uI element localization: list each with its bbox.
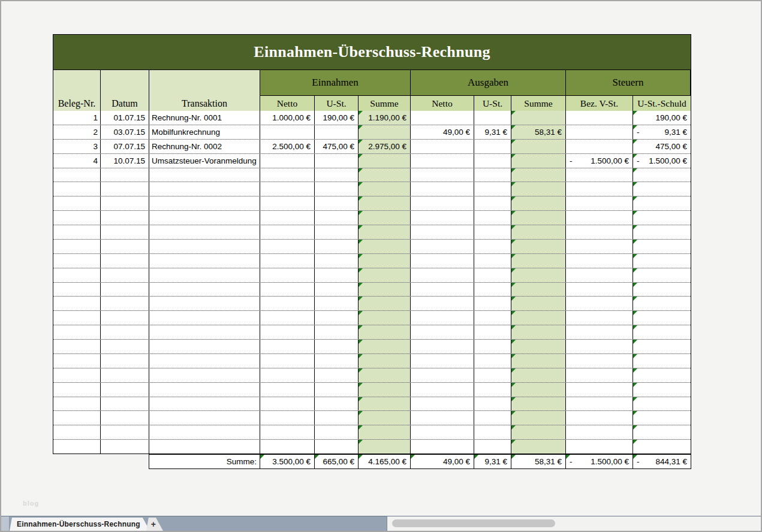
cell-datum[interactable]: [101, 225, 149, 239]
cell-a_summe[interactable]: [511, 354, 566, 368]
cell-beleg[interactable]: [53, 383, 101, 397]
cell-ust_schuld[interactable]: [633, 225, 691, 239]
cell-a_netto[interactable]: [411, 111, 474, 125]
cell-a_summe[interactable]: [511, 254, 566, 268]
cell-a_ust[interactable]: [474, 397, 511, 411]
col-header-ust-schuld[interactable]: U-St.-Schuld: [633, 96, 691, 111]
cell-transaktion[interactable]: [149, 211, 260, 225]
cell-a_ust[interactable]: [474, 111, 511, 125]
cell-e_ust[interactable]: [315, 197, 359, 210]
cell-a_summe[interactable]: [511, 325, 566, 339]
cell-ust_schuld[interactable]: [633, 211, 691, 225]
cell-transaktion[interactable]: [149, 368, 260, 382]
cell-e_summe[interactable]: [359, 340, 411, 353]
cell-bez_vst[interactable]: [566, 311, 633, 325]
cell-bez_vst[interactable]: [566, 140, 633, 153]
cell-a_netto[interactable]: [411, 440, 474, 454]
cell-e_summe[interactable]: [359, 225, 411, 239]
cell-beleg[interactable]: [53, 354, 101, 368]
cell-transaktion[interactable]: Rechnung-Nr. 0001: [149, 111, 260, 125]
cell-ust_schuld[interactable]: [633, 297, 691, 310]
cell-a_netto[interactable]: [411, 325, 474, 339]
cell-bez_vst[interactable]: [566, 383, 633, 397]
cell-e_ust[interactable]: [315, 340, 359, 353]
cell-transaktion[interactable]: [149, 383, 260, 397]
cell-a_netto[interactable]: [411, 283, 474, 297]
cell-a_netto[interactable]: [411, 154, 474, 168]
cell-bez_vst[interactable]: [566, 125, 633, 139]
cell-e_summe[interactable]: [359, 425, 411, 439]
cell-a_ust[interactable]: [474, 354, 511, 368]
cell-beleg[interactable]: [53, 168, 101, 182]
cell-ust_schuld[interactable]: -1.500,00 €: [633, 154, 691, 168]
cell-a_netto[interactable]: [411, 425, 474, 439]
cell-bez_vst[interactable]: [566, 297, 633, 310]
cell-transaktion[interactable]: [149, 283, 260, 297]
cell-e_ust[interactable]: [315, 425, 359, 439]
cell-transaktion[interactable]: [149, 325, 260, 339]
cell-transaktion[interactable]: [149, 411, 260, 425]
cell-a_netto[interactable]: [411, 211, 474, 225]
sheet-title-banner[interactable]: Einnahmen-Überschuss-Rechnung: [53, 34, 691, 70]
cell-beleg[interactable]: 1: [53, 111, 101, 125]
summary-einnahmen-ust[interactable]: 665,00 €: [315, 455, 359, 468]
cell-a_netto[interactable]: [411, 168, 474, 182]
cell-datum[interactable]: [101, 411, 149, 425]
cell-ust_schuld[interactable]: [633, 425, 691, 439]
horizontal-scrollbar[interactable]: [387, 516, 761, 531]
cell-beleg[interactable]: [53, 340, 101, 353]
group-header-steuern[interactable]: Steuern: [566, 70, 691, 96]
cell-a_netto[interactable]: [411, 411, 474, 425]
cell-datum[interactable]: [101, 397, 149, 411]
cell-datum[interactable]: [101, 354, 149, 368]
cell-beleg[interactable]: [53, 197, 101, 210]
cell-a_ust[interactable]: [474, 268, 511, 282]
cell-a_netto[interactable]: [411, 240, 474, 253]
add-sheet-tab[interactable]: +: [146, 518, 163, 531]
col-header-beleg-nr[interactable]: Beleg-Nr.: [53, 70, 101, 111]
cell-e_netto[interactable]: [260, 297, 315, 310]
cell-transaktion[interactable]: [149, 268, 260, 282]
cell-a_netto[interactable]: [411, 297, 474, 310]
cell-ust_schuld[interactable]: 475,00 €: [633, 140, 691, 153]
cell-transaktion[interactable]: Rechnung-Nr. 0002: [149, 140, 260, 153]
cell-datum[interactable]: [101, 211, 149, 225]
cell-e_ust[interactable]: [315, 297, 359, 310]
cell-ust_schuld[interactable]: [633, 311, 691, 325]
cell-bez_vst[interactable]: [566, 225, 633, 239]
cell-a_summe[interactable]: [511, 383, 566, 397]
cell-e_netto[interactable]: [260, 397, 315, 411]
cell-bez_vst[interactable]: [566, 397, 633, 411]
cell-transaktion[interactable]: [149, 340, 260, 353]
cell-a_summe[interactable]: [511, 182, 566, 196]
cell-bez_vst[interactable]: -1.500,00 €: [566, 154, 633, 168]
cell-transaktion[interactable]: [149, 397, 260, 411]
cell-bez_vst[interactable]: [566, 425, 633, 439]
cell-beleg[interactable]: [53, 182, 101, 196]
cell-a_ust[interactable]: [474, 383, 511, 397]
cell-a_ust[interactable]: [474, 368, 511, 382]
cell-e_summe[interactable]: [359, 254, 411, 268]
cell-transaktion[interactable]: [149, 254, 260, 268]
cell-transaktion[interactable]: [149, 197, 260, 210]
cell-e_ust[interactable]: 190,00 €: [315, 111, 359, 125]
col-header-einnahmen-ust[interactable]: U-St.: [315, 96, 359, 111]
summary-bez-vst[interactable]: -1.500,00 €: [566, 455, 633, 468]
cell-ust_schuld[interactable]: [633, 254, 691, 268]
cell-e_netto[interactable]: [260, 211, 315, 225]
cell-e_ust[interactable]: [315, 254, 359, 268]
cell-bez_vst[interactable]: [566, 354, 633, 368]
cell-a_ust[interactable]: [474, 211, 511, 225]
cell-datum[interactable]: [101, 440, 149, 454]
cell-e_netto[interactable]: [260, 254, 315, 268]
cell-a_summe[interactable]: [511, 111, 566, 125]
cell-ust_schuld[interactable]: [633, 268, 691, 282]
cell-ust_schuld[interactable]: [633, 240, 691, 253]
cell-bez_vst[interactable]: [566, 325, 633, 339]
cell-a_ust[interactable]: [474, 411, 511, 425]
col-header-ausgaben-netto[interactable]: Netto: [411, 96, 474, 111]
cell-datum[interactable]: [101, 425, 149, 439]
cell-ust_schuld[interactable]: [633, 383, 691, 397]
cell-ust_schuld[interactable]: [633, 283, 691, 297]
cell-a_ust[interactable]: [474, 425, 511, 439]
